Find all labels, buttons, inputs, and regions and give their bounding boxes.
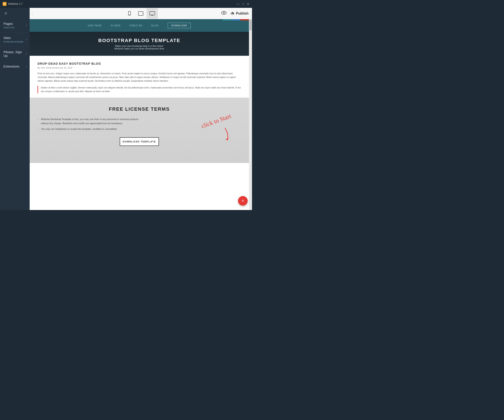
sidebar-signup-title: Please, Sign Up (4, 50, 26, 58)
app-logo: M (3, 2, 6, 6)
preview-button[interactable] (221, 11, 227, 17)
svg-text:click to Start: click to Start (200, 112, 232, 129)
sidebar-resize-handle[interactable] (30, 8, 31, 210)
add-block-button[interactable]: + (238, 196, 248, 206)
svg-point-7 (222, 11, 226, 14)
mobile-view-button[interactable] (124, 8, 135, 19)
blog-post-body: Proin id eros arcu. Integer neque urna, … (37, 72, 241, 83)
hero-subtitle1: Make your own bootstrap blog in a few cl… (115, 45, 163, 47)
window-controls: — □ ✕ (237, 2, 249, 6)
sidebar-sites-title: Sites (4, 36, 26, 40)
site-navigation: ONE PAGE SLIDER VIDEO BG BLOG DOWNLOAD (30, 19, 249, 32)
hero-title: BOOTSTRAP BLOG TEMPLATE (98, 38, 180, 43)
sidebar-item-sites[interactable]: Sites bootstrap-template › (0, 32, 30, 47)
license-title: FREE LICENSE TERMS (37, 106, 241, 112)
tablet-view-button[interactable] (135, 8, 146, 19)
sidebar-item-pages[interactable]: Pages index.html › (0, 18, 30, 32)
nav-color-bars (223, 19, 249, 20)
main-layout: ✕ Pages index.html › Sites bootstrap-tem… (0, 8, 252, 210)
blockquote-text: Nullam at tellus a ante dictum sagittis.… (41, 86, 241, 93)
blog-post-title: DROP-DEAD EASY BOOTSTRAP BLOG (37, 62, 241, 65)
nav-link-slider[interactable]: SLIDER (111, 24, 120, 27)
blog-blockquote: Nullam at tellus a ante dictum sagittis.… (37, 86, 241, 93)
close-sidebar-button[interactable]: ✕ (2, 10, 10, 18)
color-bar-blue (232, 19, 240, 20)
sidebar-extensions-title: Extensions (4, 65, 19, 68)
sidebar-pages-title: Pages (4, 22, 26, 25)
sidebar-sites-subtitle: bootstrap-template (4, 40, 26, 43)
page-content[interactable]: ONE PAGE SLIDER VIDEO BG BLOG DOWNLOAD B… (30, 19, 249, 210)
hero-subtitle2: Mobirise helps you cut down development … (114, 47, 164, 50)
nav-link-onepage[interactable]: ONE PAGE (88, 24, 102, 27)
color-bar-teal (223, 19, 232, 20)
publish-label: Publish (236, 12, 248, 15)
editor-toolbar: ⋮ (30, 8, 252, 19)
scrollbar-thumb[interactable] (249, 20, 252, 30)
nav-link-blog[interactable]: BLOG (151, 24, 159, 27)
page-wrapper: ONE PAGE SLIDER VIDEO BG BLOG DOWNLOAD B… (30, 19, 252, 210)
sidebar: ✕ Pages index.html › Sites bootstrap-tem… (0, 8, 30, 210)
nav-link-videobg[interactable]: VIDEO BG (129, 24, 143, 27)
chevron-right-icon: › (26, 24, 27, 27)
color-bar-red (240, 19, 249, 20)
sidebar-item-extensions[interactable]: Extensions › (0, 61, 30, 72)
svg-point-8 (223, 12, 225, 13)
sidebar-item-signup[interactable]: Please, Sign Up › (0, 47, 30, 61)
svg-rect-4 (150, 12, 155, 15)
download-template-button[interactable]: DOWNLOAD TEMPLATE (120, 137, 159, 146)
sidebar-pages-subtitle: index.html (4, 26, 26, 29)
minimize-button[interactable]: — (237, 2, 240, 6)
close-button[interactable]: ✕ (247, 2, 249, 6)
license-item-2: You may not redistribute or resale this … (37, 127, 146, 131)
blog-post-meta: By John Smith posted July 30, 2016 (37, 67, 241, 69)
maximize-button[interactable]: □ (242, 2, 244, 6)
title-bar: M Mobirise 2.7 — □ ✕ (0, 0, 252, 8)
chevron-right-icon: › (26, 38, 27, 41)
chevron-right-icon: › (26, 52, 27, 56)
publish-area: Publish (221, 11, 252, 17)
blog-section: DROP-DEAD EASY BOOTSTRAP BLOG By John Sm… (30, 56, 249, 98)
editor-area: ⋮ (30, 8, 252, 210)
chevron-right-icon: › (26, 65, 27, 68)
license-section: FREE LICENSE TERMS Mobirise Bootstrap Te… (30, 98, 249, 163)
app-title: Mobirise 2.7 (8, 2, 23, 6)
cloud-upload-icon (229, 11, 234, 16)
publish-button[interactable]: Publish (229, 11, 248, 16)
hero-section: BOOTSTRAP BLOG TEMPLATE Make your own bo… (30, 32, 249, 56)
license-list: Mobirise Bootstrap Template is free, you… (37, 117, 146, 131)
desktop-view-button[interactable] (146, 8, 158, 19)
nav-link-download[interactable]: DOWNLOAD (168, 23, 191, 28)
license-item-1: Mobirise Bootstrap Template is free, you… (37, 117, 146, 125)
scrollbar[interactable] (249, 19, 252, 210)
